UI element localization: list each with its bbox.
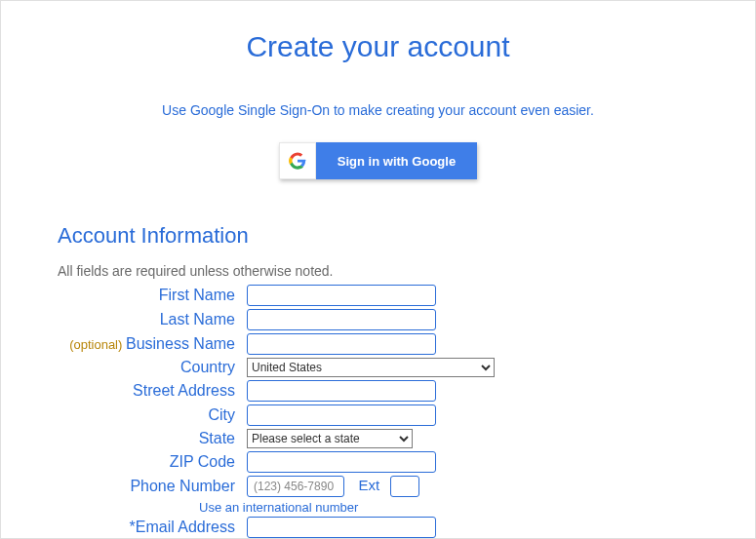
country-select[interactable]: United States (247, 358, 495, 377)
intl-number-link[interactable]: Use an international number (199, 500, 698, 515)
section-title: Account Information (58, 223, 698, 249)
ext-label: Ext (358, 477, 379, 493)
city-label: City (58, 405, 247, 424)
google-icon (279, 142, 316, 179)
first-name-input[interactable] (247, 285, 436, 306)
last-name-label: Last Name (58, 310, 247, 328)
sso-subtitle: Use Google Single Sign-On to make creati… (58, 102, 698, 118)
city-input[interactable] (247, 404, 436, 426)
phone-number-input[interactable] (247, 476, 344, 497)
email-input[interactable] (247, 517, 436, 538)
state-select[interactable]: Please select a state (247, 429, 413, 448)
phone-number-label: Phone Number (58, 477, 247, 495)
business-name-input[interactable] (247, 333, 436, 355)
zip-code-input[interactable] (247, 451, 436, 473)
street-address-label: Street Address (58, 381, 247, 400)
optional-tag: (optional) (69, 337, 126, 352)
phone-ext-input[interactable] (390, 476, 419, 497)
business-name-label: (optional) Business Name (58, 334, 247, 353)
last-name-input[interactable] (247, 309, 436, 330)
required-note: All fields are required unless otherwise… (58, 263, 698, 279)
country-label: Country (58, 358, 247, 376)
email-label: *Email Address (58, 518, 247, 536)
state-label: State (58, 429, 247, 447)
google-signin-button[interactable]: Sign in with Google (279, 142, 477, 179)
street-address-input[interactable] (247, 380, 436, 402)
google-signin-label: Sign in with Google (316, 142, 477, 179)
zip-code-label: ZIP Code (58, 452, 247, 471)
page-title: Create your account (58, 30, 698, 63)
first-name-label: First Name (58, 286, 247, 304)
